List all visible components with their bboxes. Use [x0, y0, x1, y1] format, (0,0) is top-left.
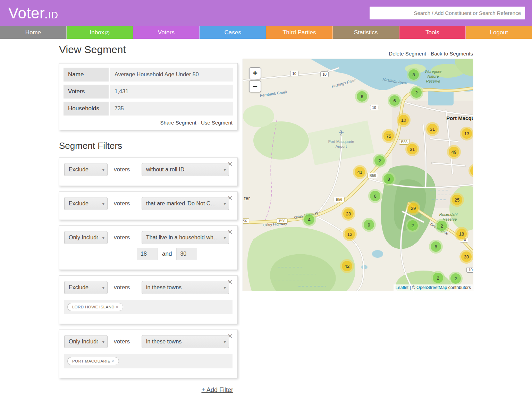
filter-criteria-select[interactable]: that are marked 'Do Not C… [142, 197, 229, 210]
map-cluster-marker[interactable] [468, 164, 473, 178]
nav-tab-cases[interactable]: Cases [200, 26, 266, 39]
nav-tab-tools[interactable]: Tools [399, 26, 466, 39]
info-value: 1,431 [110, 85, 233, 99]
map-cluster-marker[interactable]: 2 [373, 154, 387, 168]
filter-mode-value: Only Include [69, 234, 98, 241]
search-input[interactable] [370, 7, 525, 19]
info-value: Average Household Age Under 50 [110, 68, 233, 82]
segment-actions: Delete Segment - Back to Segments [389, 51, 473, 57]
map-cluster-marker[interactable]: 2 [409, 86, 423, 100]
map-cluster-marker[interactable]: 75 [382, 129, 396, 143]
filter-mode-select[interactable]: Exclude [64, 197, 108, 210]
filter-criteria-select[interactable]: in these towns [142, 335, 229, 348]
map-cluster-marker[interactable]: 30 [459, 250, 473, 264]
map-cluster-marker[interactable]: 28 [341, 207, 355, 221]
map-cluster-marker[interactable]: 2 [431, 271, 445, 285]
map-cluster-marker[interactable]: 25 [450, 193, 464, 207]
map-cluster-marker[interactable]: 6 [388, 94, 402, 108]
map-cluster-marker[interactable]: 29 [406, 201, 420, 215]
map-cluster-marker[interactable]: 31 [425, 122, 439, 136]
map-cluster-marker[interactable]: 6 [355, 89, 369, 103]
road-shield: 10 [290, 71, 298, 76]
info-row-households: Households 735 [64, 102, 233, 116]
nav-tab-statistics[interactable]: Statistics [333, 26, 399, 39]
zoom-in-button[interactable]: + [249, 67, 261, 79]
map-cluster-marker[interactable]: 8 [429, 240, 443, 254]
map-cluster-marker[interactable]: 12 [343, 227, 357, 241]
map-cluster-marker[interactable]: 10 [397, 113, 411, 127]
map[interactable]: 8266103113753149241862529284922181283042… [243, 59, 473, 291]
map-cluster-marker[interactable]: 8 [407, 68, 421, 82]
logo-sub-text: ID [49, 10, 58, 20]
add-filter-link[interactable]: + Add Filter [201, 386, 233, 393]
map-label: Nature [427, 74, 439, 78]
map-cluster-marker[interactable]: 9 [362, 218, 376, 232]
nav-tab-third-parties[interactable]: Third Parties [266, 26, 333, 39]
map-cluster-marker[interactable]: 18 [455, 227, 468, 241]
segment-panel: View Segment Name Average Household Age … [59, 44, 238, 394]
cluster-count: 29 [406, 201, 420, 215]
map-cluster-marker[interactable]: 41 [353, 165, 367, 179]
nav-tab-voters[interactable]: Voters [133, 26, 200, 39]
logo-main-text: Voter. [8, 5, 49, 22]
map-cluster-marker[interactable]: 49 [447, 145, 461, 159]
filter-criteria-value: in these towns [146, 284, 181, 291]
cluster-count: 31 [405, 142, 419, 156]
range-to-input[interactable] [176, 248, 197, 260]
filter-card-4: Exclude voters in these towns LORD HOWE … [59, 275, 238, 324]
attribution-suffix: contributors [447, 285, 471, 290]
filter-criteria-value: in these towns [146, 339, 181, 345]
road-shield: B56 [334, 197, 345, 202]
filter-row: Exclude voters without a roll ID [64, 163, 233, 176]
filter-mode-value: Exclude [69, 200, 88, 207]
filters-title: Segment Filters [59, 140, 238, 151]
info-row-voters: Voters 1,431 [64, 85, 233, 99]
nav-tab-label: Logout [490, 29, 508, 36]
filter-mode-select[interactable]: Exclude [64, 281, 108, 294]
share-segment-link[interactable]: Share Segment [160, 120, 196, 126]
map-cluster-marker[interactable]: 2 [406, 219, 420, 232]
filter-mode-select[interactable]: Only Include [64, 335, 108, 348]
add-filter-row: + Add Filter [59, 386, 238, 394]
delete-segment-link[interactable]: Delete Segment [389, 51, 426, 57]
filter-criteria-select[interactable]: in these towns [142, 281, 229, 294]
town-tag-label: PORT MACQUARIE [72, 359, 110, 363]
map-cluster-marker[interactable]: 13 [460, 127, 473, 140]
map-attribution: Leaflet | © OpenStreetMap contributors [394, 284, 473, 291]
cluster-count: 2 [406, 219, 420, 232]
map-label: Airport [336, 144, 347, 148]
leaflet-link[interactable]: Leaflet [396, 285, 409, 290]
airplane-icon: ✈ [338, 128, 344, 137]
attribution-separator: | © [408, 285, 416, 290]
cluster-count: 18 [455, 227, 468, 241]
nav-tab-home[interactable]: Home [0, 26, 67, 39]
town-tag[interactable]: PORT MACQUARIE [67, 357, 119, 365]
map-cluster-marker[interactable]: 31 [405, 142, 419, 156]
filter-mode-select[interactable]: Exclude [64, 163, 108, 176]
filter-mode-select[interactable]: Only Include [64, 231, 108, 244]
cluster-count [468, 164, 473, 178]
voters-label: voters [114, 284, 137, 291]
cluster-count: 6 [368, 189, 382, 203]
map-cluster-marker[interactable]: 2 [449, 272, 463, 285]
nav-tab-inbox[interactable]: Inbox(2) [67, 26, 133, 39]
map-cluster-marker[interactable]: 2 [435, 219, 449, 233]
voters-label: voters [114, 338, 137, 345]
cluster-count: 49 [447, 145, 461, 159]
zoom-out-button[interactable]: − [249, 80, 261, 92]
range-from-input[interactable] [137, 248, 158, 260]
map-cluster-marker[interactable]: 4 [302, 213, 316, 227]
back-to-segments-link[interactable]: Back to Segments [431, 51, 473, 57]
filter-criteria-select[interactable]: That live in a household wh… [142, 231, 229, 244]
map-cluster-marker[interactable]: 6 [368, 189, 382, 203]
filter-criteria-value: that are marked 'Do Not C… [146, 200, 216, 207]
filter-row: Only Include voters That live in a house… [64, 231, 233, 244]
osm-link[interactable]: OpenStreetMap [416, 285, 447, 290]
map-cluster-marker[interactable]: 8 [382, 172, 396, 186]
use-segment-link[interactable]: Use Segment [201, 120, 233, 126]
nav-tab-logout[interactable]: Logout [466, 26, 532, 39]
town-tag[interactable]: LORD HOWE ISLAND [67, 303, 123, 311]
map-cluster-marker[interactable]: 42 [340, 259, 354, 273]
filter-criteria-select[interactable]: without a roll ID [142, 163, 229, 176]
segment-info-card: Name Average Household Age Under 50 Vote… [59, 63, 238, 130]
